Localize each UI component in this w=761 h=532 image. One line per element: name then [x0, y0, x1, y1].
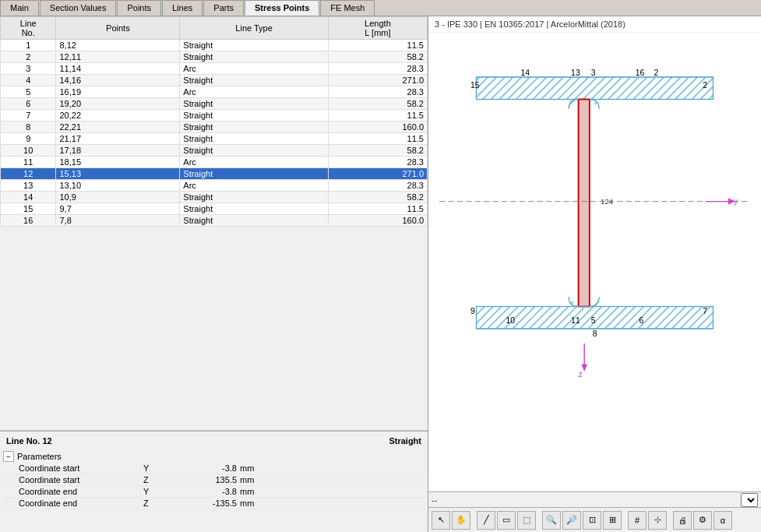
cell-type: Straight [180, 192, 329, 203]
status-bar: -- [428, 491, 761, 507]
svg-text:9: 9 [470, 307, 475, 315]
lines-table: LineNo. Points Line Type LengthL [mm] 1 … [0, 16, 428, 227]
param-label: Coordinate start [19, 475, 143, 484]
toolbar-zoom-window-btn[interactable]: ⊞ [603, 511, 622, 530]
cell-no: 1 [1, 40, 56, 51]
toolbar-print-btn[interactable]: 🖨 [673, 511, 692, 530]
toolbar-zoom-in-btn[interactable]: 🔍 [542, 511, 561, 530]
table-row[interactable]: 4 14,16 Straight 271.0 [1, 75, 428, 86]
svg-text:5: 5 [591, 316, 596, 325]
cell-points: 9,7 [56, 203, 180, 215]
toolbar-frame-select-btn[interactable]: ⬚ [517, 511, 536, 530]
cell-type: Straight [180, 40, 329, 51]
cell-no: 12 [1, 168, 56, 180]
cell-length: 58.2 [328, 98, 427, 110]
toolbar-hand-btn[interactable]: ✋ [452, 511, 470, 530]
param-value: 135.5 [174, 475, 237, 484]
params-header: − Parameters [3, 450, 425, 463]
toolbar-zoom-fit-btn[interactable]: ⊡ [583, 511, 601, 530]
table-row[interactable]: 16 7,8 Straight 160.0 [1, 215, 428, 227]
cell-length: 11.5 [328, 133, 427, 145]
tab-parts[interactable]: Parts [203, 0, 244, 16]
cell-points: 10,9 [56, 192, 180, 203]
param-unit: mm [237, 475, 260, 484]
param-label: Coordinate start [19, 463, 143, 473]
cell-points: 7,8 [56, 215, 180, 227]
table-row[interactable]: 12 15,13 Straight 271.0 [1, 168, 428, 180]
param-row: Coordinate start Y -3.8 mm [3, 463, 425, 474]
bottom-toolbar: ↖ ✋ ╱ ▭ ⬚ 🔍 🔎 ⊡ ⊞ # ⊹ 🖨 ⚙ [428, 507, 761, 532]
toolbar-settings-btn[interactable]: ⚙ [693, 511, 712, 530]
table-row[interactable]: 15 9,7 Straight 11.5 [1, 203, 428, 215]
tab-stress-points[interactable]: Stress Points [245, 0, 319, 16]
table-row[interactable]: 1 8,12 Straight 11.5 [1, 40, 428, 51]
cell-points: 8,12 [56, 40, 180, 51]
tab-points[interactable]: Points [117, 0, 161, 16]
table-row[interactable]: 7 20,22 Straight 11.5 [1, 110, 428, 122]
tab-section-values[interactable]: Section Values [40, 0, 117, 16]
cell-length: 160.0 [328, 215, 427, 227]
cell-no: 5 [1, 86, 56, 98]
toolbar-zoom-out-btn[interactable]: 🔎 [562, 511, 581, 530]
toolbar-draw-line-btn[interactable]: ╱ [477, 511, 495, 530]
status-text: -- [432, 495, 437, 505]
line-info-label: Line No. 12 [6, 436, 52, 446]
table-row[interactable]: 5 16,19 Arc 28.3 [1, 86, 428, 98]
cell-type: Straight [180, 215, 329, 227]
params-section: − Parameters Coordinate start Y -3.8 mm … [3, 450, 425, 509]
table-area[interactable]: LineNo. Points Line Type LengthL [mm] 1 … [0, 16, 428, 431]
table-row[interactable]: 9 21,17 Straight 11.5 [1, 133, 428, 145]
cell-points: 11,14 [56, 63, 180, 75]
param-label: Coordinate end [19, 499, 143, 508]
canvas-area[interactable]: 15 14 13 3 2 16 2 9 10 11 5 6 7 8 [428, 33, 761, 491]
toolbar-grid-btn[interactable]: # [628, 511, 646, 530]
table-row[interactable]: 13 13,10 Arc 28.3 [1, 180, 428, 192]
table-row[interactable]: 3 11,14 Arc 28.3 [1, 63, 428, 75]
cell-points: 13,10 [56, 180, 180, 192]
param-value: -3.8 [174, 487, 237, 496]
table-row[interactable]: 2 12,11 Straight 58.2 [1, 51, 428, 63]
cell-no: 10 [1, 145, 56, 157]
cell-no: 16 [1, 215, 56, 227]
content-area: LineNo. Points Line Type LengthL [mm] 1 … [0, 16, 761, 532]
svg-text:11: 11 [571, 316, 580, 325]
col-header-no: LineNo. [1, 17, 56, 40]
params-collapse-btn[interactable]: − [3, 451, 14, 462]
tab-bar: Main Section Values Points Lines Parts S… [0, 0, 761, 16]
cell-no: 3 [1, 63, 56, 75]
param-axis: Y [143, 487, 174, 496]
cell-type: Straight [180, 75, 329, 86]
display-select[interactable] [741, 493, 758, 507]
col-header-length: LengthL [mm] [328, 17, 427, 40]
toolbar-cursor-btn[interactable]: ↖ [432, 511, 450, 530]
svg-text:2: 2 [703, 81, 707, 90]
cell-length: 28.3 [328, 63, 427, 75]
param-axis: Z [143, 499, 174, 508]
cell-length: 11.5 [328, 40, 427, 51]
cell-length: 160.0 [328, 122, 427, 133]
cell-no: 6 [1, 98, 56, 110]
table-row[interactable]: 11 18,15 Arc 28.3 [1, 157, 428, 168]
cell-points: 16,19 [56, 86, 180, 98]
main-container: Main Section Values Points Lines Parts S… [0, 0, 761, 532]
table-row[interactable]: 6 19,20 Straight 58.2 [1, 98, 428, 110]
cell-length: 11.5 [328, 203, 427, 215]
cell-points: 12,11 [56, 51, 180, 63]
toolbar-snap-btn[interactable]: ⊹ [648, 511, 667, 530]
cell-no: 14 [1, 192, 56, 203]
table-row[interactable]: 14 10,9 Straight 58.2 [1, 192, 428, 203]
cell-type: Straight [180, 145, 329, 157]
table-row[interactable]: 10 17,18 Straight 58.2 [1, 145, 428, 157]
cell-points: 19,20 [56, 98, 180, 110]
cell-no: 15 [1, 203, 56, 215]
params-label: Parameters [17, 452, 62, 461]
cell-type: Arc [180, 180, 329, 192]
param-axis: Y [143, 463, 174, 473]
toolbar-draw-box-btn[interactable]: ▭ [497, 511, 516, 530]
table-row[interactable]: 8 22,21 Straight 160.0 [1, 122, 428, 133]
cell-type: Arc [180, 157, 329, 168]
tab-lines[interactable]: Lines [162, 0, 203, 16]
tab-main[interactable]: Main [0, 0, 39, 16]
toolbar-alpha-btn[interactable]: α [713, 511, 732, 530]
tab-fe-mesh[interactable]: FE Mesh [320, 0, 375, 16]
